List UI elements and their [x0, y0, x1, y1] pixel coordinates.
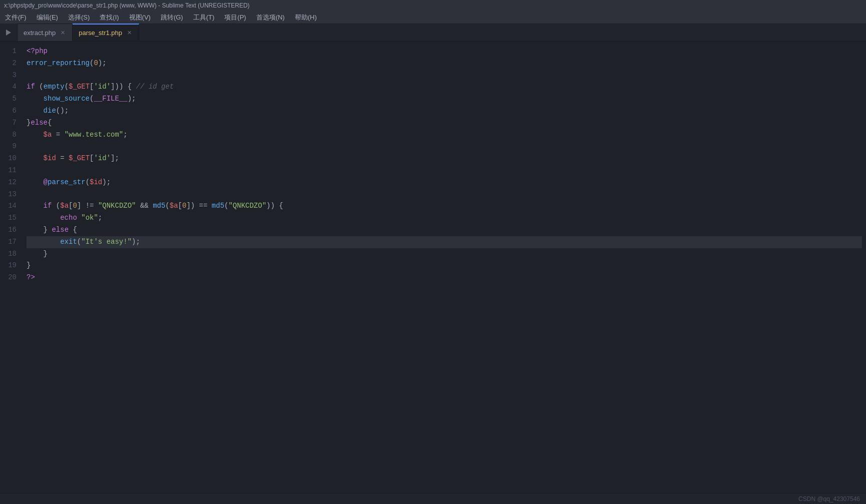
- code-line-6: die();: [27, 105, 862, 117]
- svg-marker-0: [6, 30, 11, 36]
- code-line-2: error_reporting(0);: [27, 58, 862, 70]
- code-line-13: [27, 189, 862, 201]
- tab-parse-str1-php[interactable]: parse_str1.php ✕: [73, 24, 139, 41]
- menu-help[interactable]: 帮助(H): [290, 12, 322, 23]
- title-bar: x:\phpstpdy_pro\www\code\parse_str1.php …: [0, 0, 866, 11]
- menu-project[interactable]: 项目(P): [219, 12, 251, 23]
- tab-extract-php-close[interactable]: ✕: [60, 29, 66, 37]
- code-line-1: <?php: [27, 46, 862, 58]
- code-line-14: if ($a[0] != "QNKCDZO" && md5($a[0]) == …: [27, 200, 862, 212]
- code-line-15: echo "ok";: [27, 212, 862, 224]
- menu-file[interactable]: 文件(F): [0, 12, 32, 23]
- code-line-5: show_source(__FILE__);: [27, 93, 862, 105]
- watermark: CSDN @qq_42307546: [798, 495, 860, 502]
- code-line-12: @parse_str($id);: [27, 177, 862, 189]
- code-line-4: if (empty($_GET['id'])) { // id get: [27, 81, 862, 93]
- line-numbers: 1 2 3 4 5 6 7 8 9 10 11 12 13 14 15 16 1…: [0, 46, 23, 284]
- code-line-9: [27, 141, 862, 153]
- tab-parse-str1-php-close[interactable]: ✕: [126, 29, 133, 37]
- tab-extract-php-label: extract.php: [24, 29, 56, 37]
- code-line-10: $id = $_GET['id'];: [27, 153, 862, 165]
- tab-bar: extract.php ✕ parse_str1.php ✕: [0, 24, 866, 42]
- tab-extract-php[interactable]: extract.php ✕: [18, 24, 73, 41]
- menu-view[interactable]: 视图(V): [124, 12, 156, 23]
- code-line-16: } else {: [27, 224, 862, 236]
- code-line-20: ?>: [27, 272, 862, 284]
- play-button[interactable]: [0, 24, 18, 41]
- code-line-17: exit("It's easy!");: [27, 236, 862, 248]
- code-area[interactable]: <?php error_reporting(0); if (empty($_GE…: [23, 46, 866, 284]
- code-line-8: $a = "www.test.com";: [27, 129, 862, 141]
- menu-edit[interactable]: 编辑(E): [32, 12, 63, 23]
- menu-preferences[interactable]: 首选项(N): [251, 12, 290, 23]
- menu-goto[interactable]: 跳转(G): [156, 12, 188, 23]
- tab-parse-str1-php-label: parse_str1.php: [79, 29, 122, 37]
- code-line-7: }else{: [27, 117, 862, 129]
- editor[interactable]: 1 2 3 4 5 6 7 8 9 10 11 12 13 14 15 16 1…: [0, 42, 866, 288]
- menu-find[interactable]: 查找(I): [95, 12, 124, 23]
- menu-bar: 文件(F) 编辑(E) 选择(S) 查找(I) 视图(V) 跳转(G) 工具(T…: [0, 11, 866, 24]
- menu-tools[interactable]: 工具(T): [188, 12, 220, 23]
- title-text: x:\phpstpdy_pro\www\code\parse_str1.php …: [4, 2, 250, 9]
- code-line-11: [27, 165, 862, 177]
- menu-select[interactable]: 选择(S): [63, 12, 95, 23]
- code-line-3: [27, 70, 862, 82]
- code-line-18: }: [27, 248, 862, 260]
- status-bar: CSDN @qq_42307546: [0, 493, 866, 504]
- code-line-19: }: [27, 260, 862, 272]
